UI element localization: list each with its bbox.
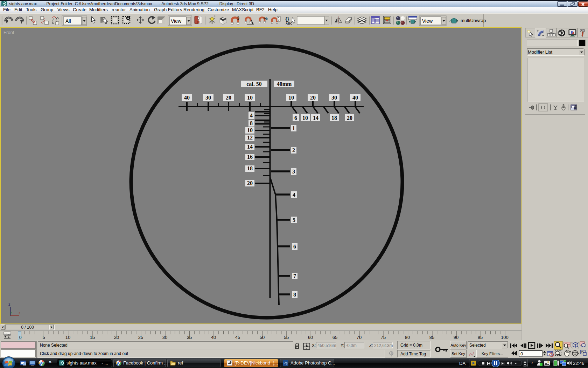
svg-text:40: 40 — [184, 95, 190, 101]
svg-text:30: 30 — [331, 95, 337, 101]
svg-text:85: 85 — [429, 335, 434, 340]
svg-text:z: z — [8, 302, 10, 306]
svg-text:6: 6 — [294, 115, 297, 121]
svg-text:Front: Front — [4, 30, 14, 35]
svg-text:Ps: Ps — [284, 361, 288, 365]
svg-text:18: 18 — [331, 115, 337, 121]
svg-text:5: 5 — [42, 335, 45, 340]
svg-text:All: All — [65, 18, 71, 24]
svg-text:4: 4 — [293, 192, 295, 198]
svg-text:20: 20 — [114, 335, 119, 340]
svg-text:75: 75 — [381, 335, 386, 340]
svg-text:{}: {} — [285, 16, 289, 22]
svg-text:cal. 50: cal. 50 — [246, 81, 262, 87]
svg-text:65: 65 — [332, 335, 337, 340]
svg-text:95: 95 — [478, 335, 483, 340]
svg-text:20: 20 — [310, 95, 316, 101]
svg-text:18: 18 — [247, 165, 253, 171]
svg-text:1: 1 — [292, 125, 295, 131]
svg-text:10: 10 — [247, 95, 253, 101]
svg-text:7: 7 — [293, 273, 296, 279]
svg-text:80: 80 — [405, 335, 410, 340]
svg-text:12: 12 — [247, 135, 253, 141]
svg-text:0: 0 — [19, 335, 21, 340]
svg-text:55: 55 — [284, 335, 289, 340]
svg-text:30: 30 — [205, 95, 211, 101]
svg-text:14: 14 — [247, 144, 253, 150]
svg-text:50: 50 — [260, 335, 265, 340]
svg-text:30: 30 — [162, 335, 167, 340]
svg-text:View: View — [171, 18, 182, 24]
svg-text:45: 45 — [235, 335, 240, 340]
svg-text:15: 15 — [90, 335, 95, 340]
svg-text:40mm: 40mm — [277, 81, 292, 87]
svg-text:20: 20 — [226, 95, 231, 101]
svg-text:10: 10 — [247, 127, 253, 133]
svg-text:ABC: ABC — [286, 22, 293, 25]
svg-text:8: 8 — [293, 292, 296, 298]
svg-text:8: 8 — [250, 120, 253, 126]
svg-text:35: 35 — [187, 335, 192, 340]
svg-text:100: 100 — [501, 335, 509, 340]
svg-text:90: 90 — [454, 335, 458, 340]
svg-text:3: 3 — [292, 169, 295, 175]
svg-text:16: 16 — [247, 154, 253, 160]
svg-text:20: 20 — [247, 180, 253, 186]
svg-text:14: 14 — [313, 115, 318, 121]
svg-text:25: 25 — [138, 335, 143, 340]
svg-text:10: 10 — [65, 335, 70, 340]
svg-text:0: 0 — [520, 351, 523, 356]
svg-text:60: 60 — [308, 335, 313, 340]
svg-text:40: 40 — [352, 95, 358, 101]
svg-text:2: 2 — [292, 147, 295, 153]
svg-text:40: 40 — [211, 335, 216, 340]
svg-text:70: 70 — [357, 335, 362, 340]
svg-text:3: 3 — [237, 15, 239, 21]
svg-text:multiUnwrap: multiUnwrap — [461, 18, 486, 23]
svg-text:10: 10 — [302, 115, 308, 121]
svg-text:View: View — [422, 18, 433, 24]
svg-text:20: 20 — [347, 115, 352, 121]
svg-text:4: 4 — [250, 113, 253, 118]
svg-text:%: % — [264, 16, 268, 21]
svg-text:6: 6 — [293, 244, 296, 250]
svg-text:10: 10 — [288, 95, 294, 101]
svg-text:x: x — [19, 311, 21, 315]
svg-text:5: 5 — [293, 217, 295, 223]
